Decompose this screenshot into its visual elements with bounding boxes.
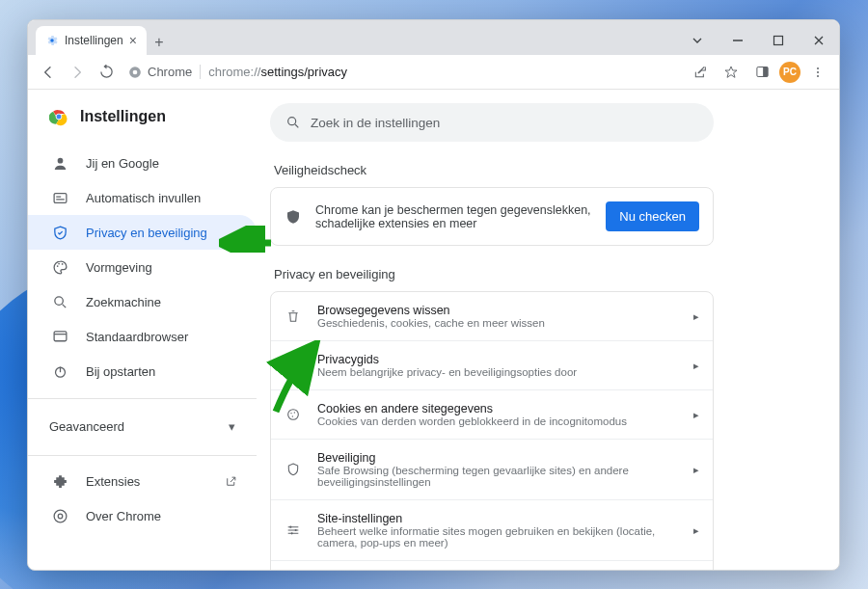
svg-point-3 [133,69,138,74]
reload-button[interactable] [94,60,119,85]
row-title: Privacygids [317,353,577,366]
sidebar-item-appearance[interactable]: Vormgeving [28,250,257,284]
sidebar-item-on-startup[interactable]: Bij opstarten [28,354,257,388]
settings-body: Instellingen Jij en Google Automatisch i… [28,90,839,570]
sidebar-item-you-and-google[interactable]: Jij en Google [28,146,257,180]
close-icon[interactable]: × [129,34,137,47]
sidebar-item-label: Extensies [86,474,140,489]
close-window-icon[interactable] [799,26,839,55]
power-icon [51,362,68,380]
search-placeholder: Zoek in de instellingen [311,116,440,130]
row-subtitle: Cookies van derden worden geblokkeerd in… [317,415,627,427]
shield-icon [51,224,68,241]
row-title: Browsegegevens wissen [317,304,545,317]
sidebar-item-default-browser[interactable]: Standaardbrowser [28,319,257,354]
maximize-icon[interactable] [758,26,799,55]
compass-icon [285,357,302,374]
row-clear-browsing-data[interactable]: Browsegegevens wissenGeschiedenis, cooki… [271,292,713,340]
row-privacy-guide[interactable]: PrivacygidsNeem belangrijke privacy- en … [271,340,713,389]
sidebar-item-extensions[interactable]: Extensies [28,464,257,498]
svg-point-12 [57,157,63,163]
sidebar-item-privacy[interactable]: Privacy en beveiliging [28,215,257,250]
check-now-button[interactable]: Nu checken [606,201,699,231]
chevron-right-icon: ▸ [693,464,699,476]
svg-rect-5 [763,67,768,77]
browser-tab[interactable]: Instellingen × [36,26,147,55]
palette-icon [51,258,68,276]
sidebar-advanced-label: Geavanceerd [49,419,124,434]
chevron-right-icon: ▸ [693,360,699,372]
row-title: Site-instellingen [317,512,678,525]
sidebar-item-search-engine[interactable]: Zoekmachine [28,284,257,319]
sidebar-item-autofill[interactable]: Automatisch invullen [28,180,257,215]
row-subtitle: Beheert welke informatie sites mogen geb… [317,525,678,549]
sidebar-item-label: Standaardbrowser [86,330,188,344]
svg-point-8 [817,75,819,77]
autofill-icon [51,189,68,206]
forward-button[interactable] [65,60,90,85]
svg-point-21 [58,514,63,519]
sidebar-item-about-chrome[interactable]: Over Chrome [28,498,257,533]
omnibox-scheme: Chrome [148,65,192,79]
tab-title: Instellingen [65,34,123,47]
side-panel-icon[interactable] [748,59,775,86]
safety-check-card: Chrome kan je beschermen tegen gegevensl… [270,187,714,246]
svg-point-25 [290,413,291,414]
search-icon [51,293,68,310]
browser-window: Instellingen × + Chrome chrome://setting… [27,19,840,571]
row-subtitle: Geschiedenis, cookies, cache en meer wis… [317,317,545,329]
svg-point-14 [56,265,58,267]
settings-main: Zoek in de instellingen Veiligheidscheck… [257,90,839,570]
svg-point-29 [295,529,297,531]
svg-rect-1 [774,37,783,45]
sidebar-item-label: Zoekmachine [86,295,161,309]
omnibox-url-dim: chrome:// [208,65,260,79]
row-site-settings[interactable]: Site-instellingenBeheert welke informati… [271,499,713,560]
kebab-menu-icon[interactable] [804,59,831,86]
security-icon [285,461,302,478]
shield-icon [285,208,302,226]
svg-point-26 [294,412,295,413]
avatar-initials: PC [783,67,797,77]
svg-point-7 [817,71,819,73]
row-security[interactable]: BeveiligingSafe Browsing (bescherming te… [271,439,713,499]
sidebar-item-label: Vormgeving [86,260,152,275]
divider [28,398,257,399]
back-button[interactable] [36,60,61,85]
omnibox[interactable]: Chrome chrome://settings/privacy [122,65,347,79]
window-caret-icon[interactable] [677,26,718,55]
browser-icon [51,328,68,345]
external-link-icon [225,475,237,488]
sliders-icon [285,522,302,539]
search-icon [285,115,301,130]
sidebar-item-label: Automatisch invullen [86,191,201,205]
omnibox-url-path: settings/privacy [260,65,347,79]
chevron-down-icon: ▾ [229,419,235,434]
sidebar-item-label: Jij en Google [86,156,159,171]
row-cookies[interactable]: Cookies en andere sitegegevensCookies va… [271,389,713,439]
safety-check-text: Chrome kan je beschermen tegen gegevensl… [315,203,592,230]
gear-icon [45,34,59,47]
settings-sidebar: Instellingen Jij en Google Automatisch i… [28,90,257,570]
settings-search[interactable]: Zoek in de instellingen [270,103,714,142]
trash-icon [285,308,302,325]
row-privacy-sandbox[interactable]: Privacy SandboxProeffuncties staan aan [271,560,713,570]
sidebar-item-label: Privacy en beveiliging [86,226,207,240]
sidebar-advanced[interactable]: Geavanceerd ▾ [28,407,257,445]
profile-avatar[interactable]: PC [779,62,800,83]
section-title-safety: Veiligheidscheck [274,163,818,177]
button-label: Nu checken [619,209,686,224]
section-title-privacy: Privacy en beveiliging [274,267,818,281]
share-icon[interactable] [687,59,714,86]
svg-point-24 [288,410,299,420]
minimize-icon[interactable] [718,26,758,55]
bookmark-icon[interactable] [718,59,745,86]
chrome-icon [128,66,142,79]
new-tab-button[interactable]: + [147,30,172,55]
toolbar: Chrome chrome://settings/privacy PC [28,55,839,90]
window-controls [677,26,839,55]
extension-icon [51,472,68,490]
svg-point-20 [54,510,67,522]
tab-strip: Instellingen × + [28,20,839,55]
person-icon [51,154,68,172]
